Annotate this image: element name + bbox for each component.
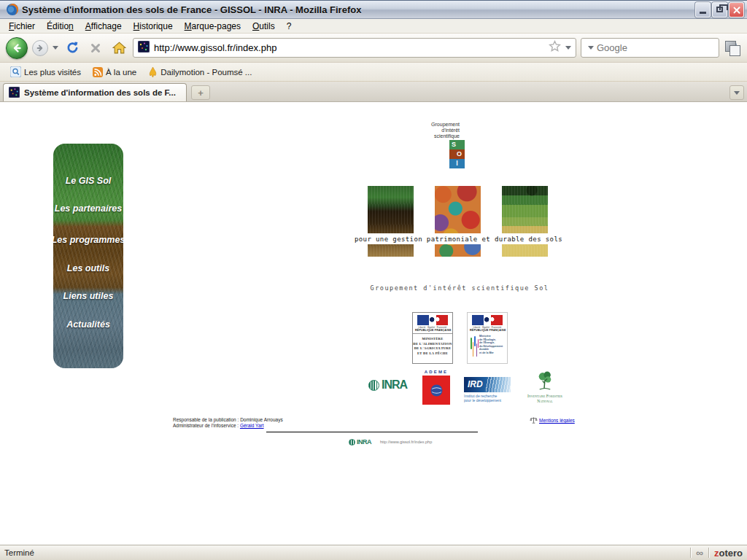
menu-outils[interactable]: Outils [247, 20, 281, 33]
ministry-agriculture-logo[interactable]: Liberté · Égalité · Fraternité RÉPUBLIQU… [412, 312, 453, 364]
url-dropdown[interactable] [565, 46, 571, 50]
new-tab-button[interactable]: + [191, 85, 210, 100]
sidebar-item-outils[interactable]: Les outils [53, 263, 123, 273]
forward-arrow-icon [36, 44, 44, 52]
tab-strip: Système d'information des sols de F... + [0, 82, 747, 102]
list-all-tabs-button[interactable] [729, 85, 744, 100]
bookmark-a-la-une[interactable]: À la une [88, 66, 141, 79]
search-engine-dropdown[interactable] [588, 46, 594, 50]
sidebar-item-liens[interactable]: Liens utiles [53, 291, 123, 301]
search-bar[interactable] [581, 38, 719, 58]
tab-gissol[interactable]: Système d'information des sols de F... [3, 83, 187, 101]
inra-logo[interactable]: INRA [368, 378, 407, 392]
forward-button[interactable] [32, 40, 48, 56]
home-icon [112, 42, 126, 54]
stop-icon [90, 42, 101, 54]
bookmark-most-visited[interactable]: Les plus visités [6, 65, 85, 79]
menu-fichier[interactable]: Fichier [3, 20, 41, 33]
flame-icon [148, 67, 158, 77]
status-bar: Terminé ∞ zotero [0, 545, 747, 560]
location-bar[interactable] [133, 38, 576, 58]
back-button[interactable] [6, 37, 28, 59]
minimize-button[interactable] [695, 2, 711, 18]
page-content: Le GIS Sol Les partenaires Les programme… [0, 102, 747, 545]
menu-marque-pages[interactable]: Marque-pages [179, 20, 247, 33]
firefox-icon [6, 3, 19, 16]
statusbar-separator [690, 548, 691, 558]
bookmark-dailymotion[interactable]: Dailymotion - Poumsé ... [144, 66, 256, 79]
url-input[interactable] [154, 42, 544, 53]
soil-map-photo [435, 186, 481, 257]
sidebar-item-gis-sol[interactable]: Le GIS Sol [53, 176, 123, 186]
title-bar: Système d'information des sols de France… [0, 0, 747, 19]
sol-logo: S O l [449, 140, 465, 168]
close-icon [732, 6, 740, 14]
footer-divider [266, 432, 478, 432]
chevron-down-icon [734, 91, 740, 95]
zotero-button[interactable]: zotero [714, 548, 743, 559]
rss-icon [93, 67, 103, 77]
ministry-agriculture-name: MINISTÈRE DE L'ALIMENTATION DE L'AGRICUL… [413, 334, 452, 356]
landscape-photo [502, 186, 548, 257]
sidebar-item-partenaires[interactable]: Les partenaires [53, 203, 123, 214]
bookmark-star-icon[interactable] [549, 40, 561, 55]
french-flag-icon [417, 315, 448, 325]
ird-logo[interactable]: IRD Institut de recherche pour le dévelo… [464, 377, 512, 402]
legal-block: Mentions légales [530, 416, 575, 424]
menu-historique[interactable]: Historique [128, 20, 179, 33]
site-favicon [138, 41, 150, 55]
search-input[interactable] [597, 42, 725, 53]
reload-icon [66, 41, 80, 55]
menu-aide[interactable]: ? [281, 20, 298, 33]
browser-window: Système d'information des sols de France… [0, 0, 747, 560]
restore-icon [716, 7, 723, 12]
menu-affichage[interactable]: Affichage [80, 20, 128, 33]
close-button[interactable] [729, 2, 744, 18]
back-arrow-icon [11, 42, 23, 54]
menu-edition[interactable]: Édition [41, 20, 80, 33]
ademe-logo[interactable]: ADEME [422, 370, 451, 405]
footer-bottom: INRA http://www.gissol.fr/index.php [349, 438, 432, 446]
soil-profile-sidebar: Le GIS Sol Les partenaires Les programme… [53, 144, 123, 368]
admin-link[interactable]: Gérald Yart [240, 423, 264, 428]
window-title: Système d'information des sols de France… [22, 4, 695, 15]
french-flag-icon [472, 315, 503, 325]
ademe-square-icon [422, 376, 450, 405]
inra-mini-logo[interactable]: INRA [349, 438, 371, 446]
tab-favicon [9, 87, 20, 99]
status-text: Terminé [4, 548, 34, 557]
stop-button[interactable] [86, 39, 105, 58]
zotero-infinity-icon[interactable]: ∞ [696, 547, 703, 559]
footer-url: http://www.gissol.fr/index.php [380, 440, 432, 444]
most-visited-icon [10, 66, 21, 77]
inra-globe-icon [349, 439, 355, 446]
overlapping-windows-icon[interactable] [724, 39, 741, 57]
tab-title: Système d'information des sols de F... [24, 88, 176, 97]
navigation-toolbar [0, 34, 747, 63]
home-button[interactable] [109, 39, 128, 58]
ministry-ecology-name: Ministère de l'Écologie, de l'Énergie, d… [479, 335, 503, 361]
footer-credits: Responsable de la publication : Dominiqu… [173, 417, 283, 428]
back-history-dropdown[interactable] [53, 46, 58, 50]
sidebar-item-actualites[interactable]: Actualités [53, 319, 123, 330]
mentions-legales-link[interactable]: Mentions légales [539, 418, 575, 423]
sidebar-item-programmes[interactable]: Les programmes [53, 235, 123, 245]
color-strokes-icon [470, 335, 478, 361]
gis-title: Groupement d'intérêt scientifique Sol [332, 284, 587, 292]
ministry-ecology-logo[interactable]: Liberté · Égalité · Fraternité RÉPUBLIQU… [467, 312, 508, 364]
menu-bar: Fichier Édition Affichage Historique Mar… [0, 19, 747, 34]
statusbar-separator [708, 548, 709, 558]
bookmarks-toolbar: Les plus visités À la une Dailymotion - … [0, 63, 747, 82]
inra-globe-icon [368, 380, 379, 391]
reload-button[interactable] [63, 39, 82, 58]
ifn-logo[interactable]: Inventaire Forestier National [524, 370, 566, 403]
tree-icon [536, 370, 554, 390]
soil-profile-photo [368, 186, 414, 257]
minimize-icon [700, 12, 706, 14]
restore-button[interactable] [712, 2, 727, 18]
tagline: pour une gestion patrimoniale et durable… [355, 233, 562, 244]
scales-icon [530, 416, 538, 424]
gis-logo-caption: Groupement d'intérêt scientifique [400, 122, 460, 139]
